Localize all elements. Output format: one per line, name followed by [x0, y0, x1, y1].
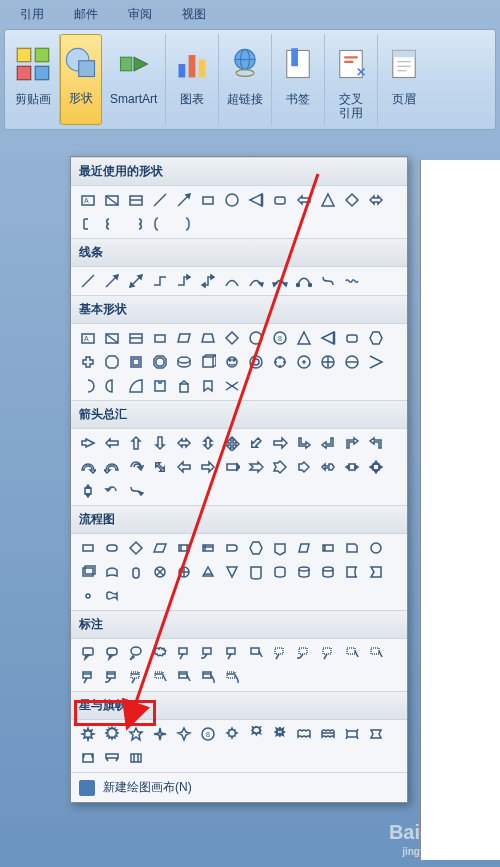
shape-option[interactable]	[125, 327, 147, 349]
shape-option[interactable]	[221, 375, 243, 397]
shape-option[interactable]	[197, 375, 219, 397]
shape-option[interactable]	[101, 642, 123, 664]
shape-option[interactable]	[77, 270, 99, 292]
shape-option[interactable]	[341, 270, 363, 292]
shape-option[interactable]	[365, 327, 387, 349]
shape-option[interactable]	[173, 375, 195, 397]
shape-option[interactable]	[365, 189, 387, 211]
shape-option[interactable]	[197, 456, 219, 478]
shape-option[interactable]	[269, 189, 291, 211]
shape-option[interactable]	[341, 351, 363, 373]
shape-option[interactable]	[149, 375, 171, 397]
shape-option[interactable]	[293, 189, 315, 211]
shape-option[interactable]	[293, 561, 315, 583]
shape-option[interactable]	[77, 585, 99, 607]
shape-option[interactable]	[101, 585, 123, 607]
shape-option[interactable]	[269, 723, 291, 745]
shape-option[interactable]	[269, 642, 291, 664]
shape-option[interactable]	[101, 270, 123, 292]
shape-option[interactable]	[269, 270, 291, 292]
shape-option[interactable]	[221, 642, 243, 664]
shape-option[interactable]	[269, 537, 291, 559]
shape-option[interactable]	[77, 537, 99, 559]
shape-option[interactable]	[77, 666, 99, 688]
shape-option[interactable]	[221, 270, 243, 292]
shape-option[interactable]	[77, 351, 99, 373]
shape-option[interactable]	[125, 642, 147, 664]
shape-option[interactable]	[125, 375, 147, 397]
shape-option[interactable]: A	[77, 327, 99, 349]
shape-option[interactable]	[365, 642, 387, 664]
shape-option[interactable]: 8	[197, 723, 219, 745]
shape-option[interactable]	[101, 747, 123, 769]
shape-option[interactable]	[77, 456, 99, 478]
shape-option[interactable]	[173, 723, 195, 745]
shape-option[interactable]	[341, 561, 363, 583]
shape-option[interactable]	[125, 723, 147, 745]
shape-option[interactable]	[293, 537, 315, 559]
ribbon-chart[interactable]: 图表	[166, 34, 219, 125]
shape-option[interactable]	[77, 375, 99, 397]
shape-option[interactable]	[173, 642, 195, 664]
shape-option[interactable]	[317, 432, 339, 454]
shape-option[interactable]	[197, 270, 219, 292]
shape-option[interactable]	[269, 456, 291, 478]
shape-option[interactable]	[125, 351, 147, 373]
shape-option[interactable]	[173, 456, 195, 478]
shape-option[interactable]	[149, 666, 171, 688]
shape-option[interactable]	[77, 480, 99, 502]
new-canvas-item[interactable]: 新建绘图画布(N)	[71, 772, 407, 802]
ribbon-shapes[interactable]: 形状	[60, 34, 102, 125]
ribbon-smartart[interactable]: SmartArt	[102, 34, 166, 125]
shape-option[interactable]	[197, 432, 219, 454]
shape-option[interactable]	[245, 642, 267, 664]
shape-option[interactable]	[197, 642, 219, 664]
shape-option[interactable]	[293, 351, 315, 373]
shape-option[interactable]	[317, 561, 339, 583]
shape-option[interactable]	[293, 723, 315, 745]
shape-option[interactable]	[341, 189, 363, 211]
ribbon-hyperlink[interactable]: 超链接	[219, 34, 272, 125]
shape-option[interactable]	[317, 642, 339, 664]
shape-option[interactable]	[293, 432, 315, 454]
shape-option[interactable]	[77, 213, 99, 235]
shape-option[interactable]	[77, 432, 99, 454]
shape-option[interactable]	[245, 351, 267, 373]
shape-option[interactable]	[221, 666, 243, 688]
shape-option[interactable]	[125, 537, 147, 559]
shape-option[interactable]	[365, 561, 387, 583]
shape-option[interactable]	[365, 432, 387, 454]
shape-option[interactable]	[269, 561, 291, 583]
shape-option[interactable]	[221, 561, 243, 583]
shape-option[interactable]	[221, 456, 243, 478]
shape-option[interactable]	[173, 189, 195, 211]
shape-option[interactable]	[365, 537, 387, 559]
shape-option[interactable]	[173, 561, 195, 583]
shape-option[interactable]	[365, 351, 387, 373]
shape-option[interactable]	[293, 270, 315, 292]
shape-option[interactable]	[101, 537, 123, 559]
shape-option[interactable]	[245, 327, 267, 349]
shape-option[interactable]	[221, 327, 243, 349]
shape-option[interactable]	[221, 432, 243, 454]
shape-option[interactable]: 8	[269, 327, 291, 349]
shape-option[interactable]	[149, 723, 171, 745]
shape-option[interactable]	[197, 189, 219, 211]
shape-option[interactable]	[245, 723, 267, 745]
shape-option[interactable]	[293, 456, 315, 478]
shape-option[interactable]	[125, 432, 147, 454]
shape-option[interactable]	[221, 723, 243, 745]
shape-option[interactable]	[125, 270, 147, 292]
shape-option[interactable]	[149, 537, 171, 559]
shape-option[interactable]	[341, 327, 363, 349]
shape-option[interactable]	[341, 432, 363, 454]
shape-option[interactable]	[293, 327, 315, 349]
shape-option[interactable]	[173, 327, 195, 349]
shape-option[interactable]	[365, 723, 387, 745]
ribbon-crossref[interactable]: 交叉 引用	[325, 34, 378, 125]
shape-option[interactable]	[101, 189, 123, 211]
ribbon-bookmark[interactable]: 书签	[272, 34, 325, 125]
shape-option[interactable]	[269, 432, 291, 454]
shape-option[interactable]	[197, 666, 219, 688]
shape-option[interactable]	[101, 213, 123, 235]
